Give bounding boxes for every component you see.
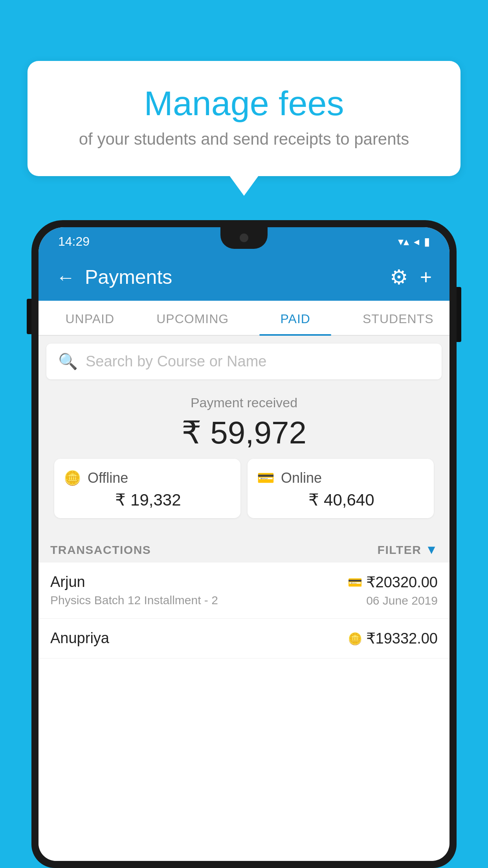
phone-outer: 14:29 ▾▴ ◂ ▮ ← Payments ⚙ + (31, 220, 457, 868)
transaction-left-anupriya: Anupriya (50, 630, 109, 647)
add-button[interactable]: + (420, 265, 432, 289)
payment-received-label: Payment received (46, 395, 442, 410)
status-icons: ▾▴ ◂ ▮ (398, 235, 430, 248)
notch (220, 227, 268, 249)
search-input[interactable]: Search by Course or Name (86, 353, 266, 370)
offline-card-header: 🪙 Offline (64, 470, 231, 486)
phone-screen: 14:29 ▾▴ ◂ ▮ ← Payments ⚙ + (39, 227, 449, 861)
header-right: ⚙ + (390, 265, 432, 289)
volume-button (27, 299, 31, 334)
offline-card: 🪙 Offline ₹ 19,332 (54, 459, 240, 518)
payment-total-amount: ₹ 59,972 (46, 414, 442, 451)
transaction-detail: Physics Batch 12 Installment - 2 (50, 594, 218, 607)
offline-amount: ₹ 19,332 (64, 490, 231, 509)
online-icon: 💳 (257, 470, 275, 486)
payment-type-icon: 💳 (348, 576, 362, 589)
signal-icon: ◂ (414, 235, 419, 248)
offline-icon: 🪙 (64, 470, 81, 486)
payment-type-icon: 🪙 (348, 632, 362, 645)
online-card: 💳 Online ₹ 40,640 (248, 459, 434, 518)
promo-section: Manage fees of your students and send re… (28, 61, 460, 176)
transactions-list: Arjun Physics Batch 12 Installment - 2 💳… (39, 563, 449, 861)
online-label: Online (281, 470, 322, 486)
filter-icon: ▼ (425, 542, 438, 557)
tab-students[interactable]: STUDENTS (347, 301, 450, 335)
status-time: 14:29 (58, 234, 90, 249)
search-bar[interactable]: 🔍 Search by Course or Name (46, 344, 442, 379)
offline-label: Offline (88, 470, 128, 486)
transaction-amount: ₹20320.00 (366, 574, 438, 591)
transaction-right-arjun: 💳 ₹20320.00 06 June 2019 (348, 574, 438, 607)
speech-bubble: Manage fees of your students and send re… (28, 61, 460, 176)
filter-group[interactable]: FILTER ▼ (378, 542, 438, 557)
transactions-label: TRANSACTIONS (50, 543, 151, 557)
back-button[interactable]: ← (56, 267, 75, 288)
tabs-bar: UNPAID UPCOMING PAID STUDENTS (39, 301, 449, 336)
transaction-amount-row: 💳 ₹20320.00 (348, 574, 438, 591)
online-amount: ₹ 40,640 (257, 490, 424, 509)
phone-mockup: 14:29 ▾▴ ◂ ▮ ← Payments ⚙ + (31, 220, 457, 868)
power-button (457, 287, 461, 342)
transaction-right-anupriya: 🪙 ₹19332.00 (348, 630, 438, 647)
tab-unpaid[interactable]: UNPAID (39, 301, 141, 335)
search-icon: 🔍 (58, 352, 78, 371)
transaction-date: 06 June 2019 (366, 594, 438, 607)
transactions-header: TRANSACTIONS FILTER ▼ (39, 535, 449, 563)
transaction-amount: ₹19332.00 (366, 630, 438, 647)
table-row[interactable]: Anupriya 🪙 ₹19332.00 (39, 619, 449, 658)
transaction-name: Arjun (50, 574, 218, 590)
payment-summary: Payment received ₹ 59,972 🪙 Offline ₹ 19… (39, 383, 449, 535)
transaction-name: Anupriya (50, 630, 109, 647)
bubble-title: Manage fees (59, 85, 429, 123)
wifi-icon: ▾▴ (398, 235, 409, 248)
front-camera (240, 234, 248, 242)
page-title: Payments (85, 266, 172, 289)
transaction-left-arjun: Arjun Physics Batch 12 Installment - 2 (50, 574, 218, 607)
payment-method-cards: 🪙 Offline ₹ 19,332 💳 Online ₹ 40,640 (46, 459, 442, 528)
app-header: ← Payments ⚙ + (39, 254, 449, 301)
tab-upcoming[interactable]: UPCOMING (141, 301, 244, 335)
table-row[interactable]: Arjun Physics Batch 12 Installment - 2 💳… (39, 563, 449, 619)
filter-label: FILTER (378, 543, 422, 557)
transaction-amount-row: 🪙 ₹19332.00 (348, 630, 438, 647)
online-card-header: 💳 Online (257, 470, 424, 486)
battery-icon: ▮ (424, 235, 430, 248)
tab-paid[interactable]: PAID (244, 301, 347, 335)
settings-icon[interactable]: ⚙ (390, 265, 408, 289)
bubble-subtitle: of your students and send receipts to pa… (59, 130, 429, 149)
header-left: ← Payments (56, 266, 172, 289)
